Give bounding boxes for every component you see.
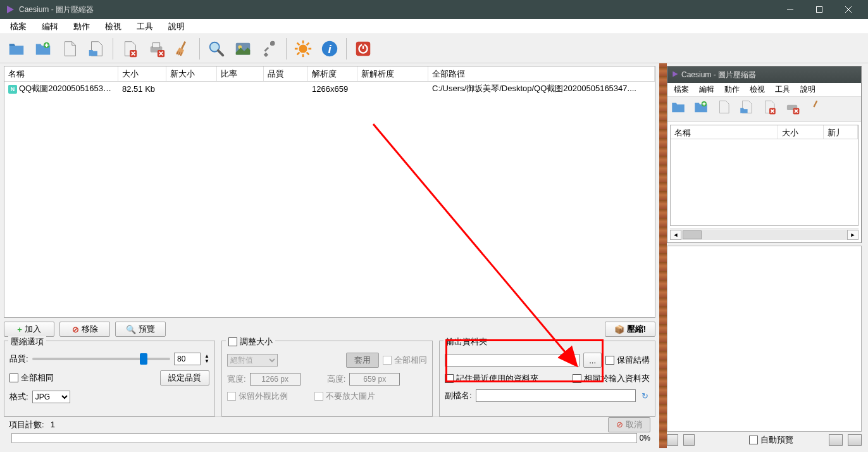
- settings-icon[interactable]: [257, 37, 282, 61]
- title-bar: Caesium - 圖片壓縮器: [0, 0, 868, 19]
- document-icon[interactable]: [57, 37, 82, 61]
- open-file-icon[interactable]: [4, 37, 29, 61]
- nested-menu-action[interactable]: 動作: [719, 83, 745, 96]
- nested-doc-icon[interactable]: [716, 99, 738, 120]
- nested-menu-file[interactable]: 檔案: [669, 83, 694, 96]
- delete-item-icon[interactable]: [117, 37, 142, 61]
- zoom-in-icon[interactable]: [848, 434, 862, 446]
- nested-scrollbar[interactable]: ◄ ►: [670, 229, 859, 240]
- nested-col-new[interactable]: 新丿: [824, 125, 858, 139]
- preview-button[interactable]: 🔍預覽: [115, 322, 166, 337]
- cell-size: 82.51 Kb: [118, 83, 166, 95]
- open-folder-icon[interactable]: [30, 37, 56, 61]
- grid-icon-2[interactable]: [683, 434, 695, 446]
- image-icon[interactable]: [230, 37, 256, 61]
- svg-line-27: [307, 42, 309, 45]
- column-name[interactable]: 名稱: [4, 66, 118, 81]
- nested-app-icon: [671, 70, 679, 80]
- maximize-button[interactable]: [805, 0, 834, 19]
- remove-button[interactable]: ⊘移除: [59, 322, 110, 337]
- nested-menu-edit[interactable]: 編輯: [694, 83, 719, 96]
- output-path-input[interactable]: [445, 354, 580, 367]
- auto-preview-checkbox[interactable]: [749, 436, 758, 444]
- nested-menu-help[interactable]: 說明: [795, 83, 821, 96]
- browse-button[interactable]: ...: [583, 353, 602, 368]
- menu-view[interactable]: 檢視: [97, 20, 129, 34]
- set-quality-button[interactable]: 設定品質: [160, 370, 209, 386]
- svg-line-10: [182, 41, 185, 48]
- magnifier-icon[interactable]: [204, 37, 229, 61]
- column-ratio[interactable]: 比率: [217, 66, 264, 81]
- broom-icon[interactable]: [170, 37, 195, 61]
- progress-percent: 0%: [640, 434, 650, 443]
- quality-slider[interactable]: [32, 358, 170, 360]
- printer-delete-icon[interactable]: [144, 37, 169, 61]
- nested-doc-folder-icon[interactable]: [738, 99, 761, 120]
- remember-folder-checkbox[interactable]: [445, 374, 454, 383]
- menu-file[interactable]: 檔案: [3, 20, 34, 34]
- scroll-right-icon[interactable]: ►: [847, 230, 859, 240]
- cell-name: QQ截圖2020050516534...: [19, 84, 115, 93]
- svg-line-15: [218, 50, 223, 55]
- nested-open-folder-icon[interactable]: [693, 99, 716, 120]
- nested-menu-view[interactable]: 檢視: [745, 83, 770, 96]
- cancel-button[interactable]: ⊘取消: [608, 417, 650, 432]
- column-newsize[interactable]: 新大小: [166, 66, 217, 81]
- file-table: 名稱 大小 新大小 比率 品質 解析度 新解析度 全部路徑 NQQ截圖20200…: [4, 66, 655, 318]
- menu-tools[interactable]: 工具: [129, 20, 161, 34]
- item-count-label: 項目計數:: [9, 419, 44, 430]
- refresh-suffix-icon[interactable]: ↻: [640, 391, 650, 401]
- format-select[interactable]: JPG: [32, 391, 70, 403]
- nested-col-size[interactable]: 大小: [778, 125, 824, 139]
- svg-line-25: [307, 52, 309, 54]
- menu-help[interactable]: 說明: [161, 20, 192, 34]
- compress-button[interactable]: 📦壓縮!: [605, 322, 655, 337]
- column-resolution[interactable]: 解析度: [308, 66, 357, 81]
- item-count-value: 1: [51, 420, 55, 429]
- nested-delete-icon[interactable]: [761, 99, 784, 120]
- file-type-icon: N: [8, 85, 17, 94]
- table-row[interactable]: NQQ截圖2020050516534... 82.51 Kb 1266x659 …: [4, 82, 655, 96]
- apply-resize-button[interactable]: 套用: [346, 353, 379, 368]
- height-input: [349, 373, 400, 386]
- suffix-input[interactable]: [476, 389, 636, 402]
- svg-rect-2: [817, 7, 822, 13]
- document-folder-icon[interactable]: [84, 37, 109, 61]
- column-newresolution[interactable]: 新解析度: [357, 66, 428, 81]
- minimize-button[interactable]: [776, 0, 805, 19]
- resize-allsame-checkbox: [383, 356, 392, 365]
- nested-broom-icon[interactable]: [807, 99, 819, 120]
- resize-checkbox[interactable]: [228, 337, 237, 346]
- svg-rect-8: [152, 42, 159, 47]
- grid-icon-1[interactable]: [667, 434, 678, 446]
- column-size[interactable]: 大小: [118, 66, 166, 81]
- app-title: Caesium - 圖片壓縮器: [19, 4, 776, 15]
- menu-edit[interactable]: 編輯: [34, 20, 66, 34]
- scroll-thumb[interactable]: [683, 230, 702, 239]
- sun-icon[interactable]: [290, 37, 316, 61]
- info-icon[interactable]: i: [317, 37, 342, 61]
- status-bar: 項目計數: 1 ⊘取消: [4, 417, 655, 432]
- nested-col-name[interactable]: 名稱: [671, 125, 778, 139]
- scroll-left-icon[interactable]: ◄: [670, 230, 681, 240]
- preview-panel: [667, 246, 862, 432]
- svg-point-19: [299, 44, 307, 53]
- power-icon[interactable]: [350, 37, 376, 61]
- same-as-input-checkbox[interactable]: [573, 374, 581, 383]
- column-path[interactable]: 全部路徑: [428, 66, 655, 81]
- menu-action[interactable]: 動作: [66, 20, 97, 34]
- nested-open-file-icon[interactable]: [670, 99, 693, 120]
- keep-structure-checkbox[interactable]: [605, 356, 614, 365]
- nested-printer-delete-icon[interactable]: [784, 99, 807, 120]
- svg-line-26: [297, 52, 300, 54]
- nested-menu-tools[interactable]: 工具: [770, 83, 795, 96]
- resize-mode-select[interactable]: 絕對值: [227, 354, 278, 367]
- svg-text:i: i: [328, 42, 332, 55]
- column-quality[interactable]: 品質: [264, 66, 308, 81]
- close-button[interactable]: [834, 0, 863, 19]
- no-upscale-checkbox: [314, 392, 323, 401]
- zoom-out-icon[interactable]: [829, 434, 843, 446]
- add-button[interactable]: +加入: [4, 322, 54, 337]
- quality-value[interactable]: [174, 353, 201, 365]
- allsame-checkbox[interactable]: [9, 374, 18, 382]
